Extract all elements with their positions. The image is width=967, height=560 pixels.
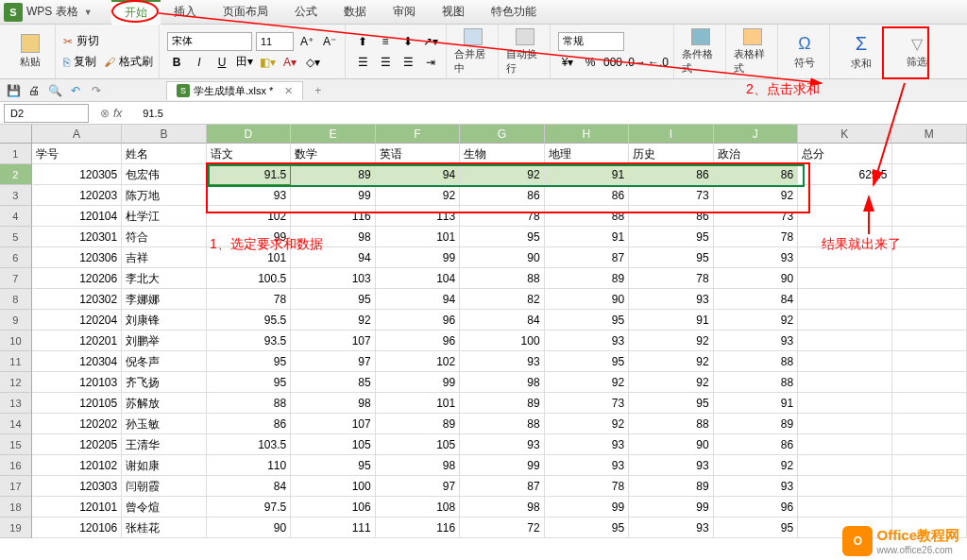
indent-icon[interactable]: ⇥ xyxy=(421,53,440,72)
cell[interactable] xyxy=(892,455,968,476)
row-header[interactable]: 10 xyxy=(0,331,32,351)
row-header[interactable]: 11 xyxy=(0,351,32,372)
cell[interactable]: 120304 xyxy=(32,351,122,372)
cell[interactable] xyxy=(798,351,891,372)
cell[interactable]: 97 xyxy=(376,476,460,497)
col-header-e[interactable]: E xyxy=(291,125,375,144)
cell[interactable] xyxy=(892,414,968,434)
cell[interactable]: 84 xyxy=(460,310,544,331)
cell[interactable]: 齐飞扬 xyxy=(122,372,206,393)
fx-icon[interactable]: fx xyxy=(113,107,122,120)
cell[interactable]: 88 xyxy=(714,351,798,372)
name-box[interactable]: D2 xyxy=(4,104,89,123)
cell[interactable]: 99 xyxy=(376,372,460,393)
cell[interactable]: 89 xyxy=(291,164,375,185)
cell[interactable]: 张桂花 xyxy=(122,518,206,538)
sum-button[interactable]: Σ 求和 xyxy=(838,26,885,77)
cell[interactable] xyxy=(798,227,891,247)
cell[interactable] xyxy=(892,476,968,497)
cell[interactable]: 94 xyxy=(376,164,460,185)
cell[interactable]: 84 xyxy=(714,289,798,310)
cell[interactable]: 93.5 xyxy=(207,331,291,351)
cell[interactable]: 91 xyxy=(545,164,629,185)
cell[interactable]: 99 xyxy=(291,185,375,206)
cell[interactable] xyxy=(798,247,891,268)
align-top-icon[interactable]: ⬆ xyxy=(353,32,372,51)
cell[interactable]: 86 xyxy=(545,185,629,206)
cell[interactable]: 73 xyxy=(545,393,629,414)
cell[interactable]: 107 xyxy=(291,414,375,434)
cell[interactable]: 刘鹏举 xyxy=(122,331,206,351)
cell[interactable] xyxy=(892,393,968,414)
close-tab-icon[interactable]: ✕ xyxy=(284,85,293,97)
cell[interactable]: 93 xyxy=(460,434,544,455)
cell[interactable] xyxy=(892,227,968,247)
cell[interactable]: 120206 xyxy=(32,268,122,289)
cell[interactable] xyxy=(798,289,891,310)
cell[interactable]: 92 xyxy=(629,331,713,351)
cell[interactable]: 100.5 xyxy=(207,268,291,289)
filter-button[interactable]: ▽ 筛选 xyxy=(898,28,936,76)
cell[interactable]: 98 xyxy=(376,455,460,476)
cell[interactable]: 120202 xyxy=(32,414,122,434)
cell[interactable]: 89 xyxy=(460,393,544,414)
cell[interactable]: 92 xyxy=(460,164,544,185)
font-size-select[interactable] xyxy=(256,32,294,51)
cell[interactable]: 93 xyxy=(714,476,798,497)
cell[interactable]: 99 xyxy=(545,497,629,518)
cell[interactable]: 106 xyxy=(291,497,375,518)
cell[interactable]: 78 xyxy=(460,206,544,227)
row-header[interactable]: 8 xyxy=(0,289,32,310)
row-header[interactable]: 17 xyxy=(0,476,32,497)
redo-icon[interactable]: ↷ xyxy=(89,83,104,98)
increase-decimal-icon[interactable]: .0→ xyxy=(626,53,645,72)
cell[interactable]: 82 xyxy=(460,289,544,310)
cell[interactable]: 95 xyxy=(460,227,544,247)
col-header-d[interactable]: D xyxy=(207,125,291,144)
cell[interactable]: 88 xyxy=(460,268,544,289)
font-color-button[interactable]: A▾ xyxy=(280,53,299,72)
cell[interactable]: 93 xyxy=(629,518,713,538)
cell[interactable]: 93 xyxy=(629,455,713,476)
cell[interactable] xyxy=(892,351,968,372)
cell[interactable]: 93 xyxy=(714,247,798,268)
cell[interactable]: 93 xyxy=(714,331,798,351)
cell[interactable]: 103 xyxy=(291,268,375,289)
cell[interactable]: 72 xyxy=(460,518,544,538)
cell[interactable]: 101 xyxy=(376,393,460,414)
cell[interactable] xyxy=(892,310,968,331)
cell[interactable]: 88 xyxy=(460,414,544,434)
cell[interactable] xyxy=(892,144,968,164)
cell[interactable]: 95 xyxy=(545,518,629,538)
cell[interactable]: 杜学江 xyxy=(122,206,206,227)
cell[interactable] xyxy=(892,247,968,268)
cell[interactable] xyxy=(892,206,968,227)
cell[interactable]: 78 xyxy=(545,476,629,497)
cell[interactable]: 90 xyxy=(714,268,798,289)
cell[interactable]: 104 xyxy=(376,268,460,289)
cell[interactable]: 88 xyxy=(207,393,291,414)
cell[interactable]: 113 xyxy=(376,206,460,227)
cell[interactable]: 89 xyxy=(714,414,798,434)
row-header[interactable]: 14 xyxy=(0,414,32,434)
cell[interactable]: 93 xyxy=(545,331,629,351)
tab-layout[interactable]: 页面布局 xyxy=(210,0,281,25)
cell[interactable]: 90 xyxy=(460,247,544,268)
cell[interactable]: 95 xyxy=(207,372,291,393)
row-header[interactable]: 12 xyxy=(0,372,32,393)
comma-icon[interactable]: 000 xyxy=(603,53,622,72)
preview-icon[interactable]: 🔍 xyxy=(47,83,62,98)
cell[interactable]: 96 xyxy=(376,310,460,331)
table-style-button[interactable]: 表格样式 xyxy=(734,28,772,76)
cell[interactable]: 91 xyxy=(714,393,798,414)
tab-formula[interactable]: 公式 xyxy=(281,0,331,25)
cell[interactable]: 120302 xyxy=(32,289,122,310)
cell[interactable]: 88 xyxy=(545,206,629,227)
cell[interactable] xyxy=(798,434,891,455)
format-painter-label[interactable]: 格式刷 xyxy=(119,54,153,70)
cell[interactable]: 111 xyxy=(291,518,375,538)
row-header[interactable]: 7 xyxy=(0,268,32,289)
align-bottom-icon[interactable]: ⬇ xyxy=(399,32,417,51)
cell[interactable] xyxy=(798,393,891,414)
cell[interactable]: 97 xyxy=(291,351,375,372)
